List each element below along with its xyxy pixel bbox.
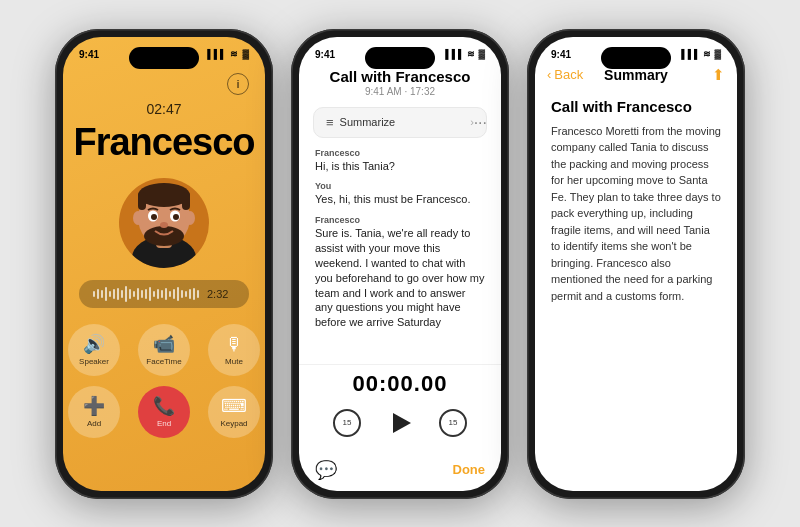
- add-label: Add: [87, 419, 101, 428]
- transcript-entry-0: Francesco Hi, is this Tania?: [315, 148, 485, 174]
- phone-2-screen: 9:41 ▌▌▌ ≋ ▓ Call with Francesco 9:41 AM…: [299, 37, 501, 491]
- end-call-button[interactable]: 📞 End: [138, 386, 190, 438]
- play-button[interactable]: [382, 405, 418, 441]
- facetime-button[interactable]: 📹 FaceTime: [138, 324, 190, 376]
- summarize-icon: ≡: [326, 115, 334, 130]
- battery-icon-2: ▓: [478, 49, 485, 59]
- dynamic-island-1: [129, 47, 199, 69]
- contact-avatar: [119, 178, 209, 268]
- wifi-icon-2: ≋: [467, 49, 475, 59]
- skip-forward-circle: 15: [439, 409, 467, 437]
- waveform-bar: [145, 289, 147, 299]
- svg-point-10: [173, 214, 179, 220]
- waveform-bar: [173, 289, 175, 299]
- phone-1-screen: 9:41 ▌▌▌ ≋ ▓ i 02:47 Francesco: [63, 37, 265, 491]
- skip-back-label: 15: [343, 418, 352, 427]
- facetime-icon: 📹: [153, 333, 175, 355]
- signal-icon: ▌▌▌: [207, 49, 226, 59]
- skip-forward-label: 15: [449, 418, 458, 427]
- dynamic-island-3: [601, 47, 671, 69]
- keypad-icon: ⌨: [221, 395, 247, 417]
- wifi-icon: ≋: [230, 49, 238, 59]
- keypad-button[interactable]: ⌨ Keypad: [208, 386, 260, 438]
- status-icons-1: ▌▌▌ ≋ ▓: [207, 49, 249, 59]
- transcript-text-2: Sure is. Tania, we're all ready to assis…: [315, 226, 485, 330]
- speaker-button[interactable]: 🔊 Speaker: [68, 324, 120, 376]
- mute-button[interactable]: 🎙 Mute: [208, 324, 260, 376]
- mute-label: Mute: [225, 357, 243, 366]
- svg-rect-5: [182, 192, 190, 210]
- summary-body-text: Francesco Moretti from the moving compan…: [551, 123, 721, 305]
- waveform-bar: [189, 289, 191, 299]
- waveform-bar: [177, 287, 179, 301]
- call-elapsed: 2:32: [207, 288, 228, 300]
- facetime-label: FaceTime: [146, 357, 181, 366]
- done-button[interactable]: Done: [453, 462, 486, 477]
- play-icon: [393, 413, 411, 433]
- transcript-speaker-1: You: [315, 181, 485, 191]
- summarize-left: ≡ Summarize: [326, 115, 395, 130]
- more-options-button[interactable]: ···: [474, 114, 487, 132]
- phone-2: 9:41 ▌▌▌ ≋ ▓ Call with Francesco 9:41 AM…: [291, 29, 509, 499]
- waveform-bar: [105, 287, 107, 301]
- phone-3: 9:41 ▌▌▌ ≋ ▓ ‹ Back Summary ⬆ Call with …: [527, 29, 745, 499]
- transcript-bottom-bar: 💬 Done: [299, 453, 501, 491]
- status-time-3: 9:41: [551, 49, 571, 60]
- info-button[interactable]: i: [227, 73, 249, 95]
- waveform-bar: [121, 290, 123, 298]
- status-icons-3: ▌▌▌ ≋ ▓: [681, 49, 721, 59]
- summarize-label: Summarize: [340, 116, 396, 128]
- waveform-bar: [157, 289, 159, 299]
- mute-icon: 🎙: [225, 334, 243, 355]
- transcript-call-subtitle: 9:41 AM · 17:32: [315, 86, 485, 97]
- skip-forward-button[interactable]: 15: [438, 408, 468, 438]
- waveform-bar: [125, 286, 127, 302]
- skip-back-button[interactable]: 15: [332, 408, 362, 438]
- transcript-speaker-2: Francesco: [315, 215, 485, 225]
- waveform-bar: [165, 288, 167, 300]
- waveform-bar: [153, 291, 155, 297]
- skip-back-circle: 15: [333, 409, 361, 437]
- waveform-bar: [181, 290, 183, 298]
- signal-icon-2: ▌▌▌: [445, 49, 464, 59]
- waveform-bar: [129, 289, 131, 299]
- transcript-speaker-0: Francesco: [315, 148, 485, 158]
- phone-1: 9:41 ▌▌▌ ≋ ▓ i 02:47 Francesco: [55, 29, 273, 499]
- svg-point-12: [133, 211, 143, 225]
- signal-icon-3: ▌▌▌: [681, 49, 700, 59]
- contact-name: Francesco: [73, 121, 254, 164]
- memoji-svg: [119, 178, 209, 268]
- waveform-container: 2:32: [79, 280, 249, 308]
- svg-point-9: [151, 214, 157, 220]
- transcript-entry-1: You Yes, hi, this must be Francesco.: [315, 181, 485, 207]
- svg-point-11: [160, 222, 168, 228]
- share-button[interactable]: ⬆: [712, 66, 725, 84]
- back-button[interactable]: ‹ Back: [547, 67, 583, 82]
- call-controls-row-2: ➕ Add 📞 End ⌨ Keypad: [68, 386, 260, 438]
- transcript-text-0: Hi, is this Tania?: [315, 159, 485, 174]
- call-info-header: Call with Francesco 9:41 AM · 17:32: [299, 64, 501, 103]
- player-controls: 15 15: [332, 405, 468, 441]
- svg-point-13: [185, 211, 195, 225]
- waveform-bar: [161, 290, 163, 298]
- speaker-icon: 🔊: [83, 333, 105, 355]
- summarize-bar[interactable]: ≡ Summarize ›: [313, 107, 487, 138]
- add-button[interactable]: ➕ Add: [68, 386, 120, 438]
- waveform-bars: [93, 286, 199, 302]
- transcript-text-1: Yes, hi, this must be Francesco.: [315, 192, 485, 207]
- waveform-bar: [97, 289, 99, 299]
- chevron-left-icon: ‹: [547, 67, 551, 82]
- dynamic-island-2: [365, 47, 435, 69]
- battery-icon: ▓: [242, 49, 249, 59]
- player-timestamp: 00:00.00: [353, 371, 448, 397]
- transcript-content: Francesco Hi, is this Tania? You Yes, hi…: [299, 142, 501, 364]
- chat-bubbles-icon[interactable]: 💬: [315, 459, 337, 481]
- svg-rect-4: [138, 192, 146, 210]
- waveform-bar: [109, 291, 111, 297]
- status-icons-2: ▌▌▌ ≋ ▓: [445, 49, 485, 59]
- battery-icon-3: ▓: [714, 49, 721, 59]
- waveform-bar: [193, 288, 195, 300]
- transcript-screen: 9:41 ▌▌▌ ≋ ▓ Call with Francesco 9:41 AM…: [299, 37, 501, 491]
- audio-player: 00:00.00 15 15: [299, 364, 501, 453]
- transcript-header: Call with Francesco 9:41 AM · 17:32 ···: [299, 64, 501, 103]
